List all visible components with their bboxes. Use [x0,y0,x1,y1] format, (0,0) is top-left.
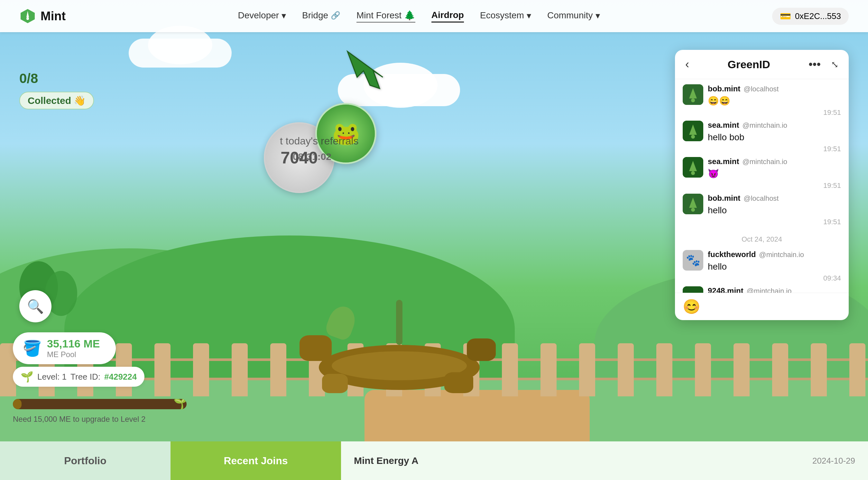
chat-username: bob.mint [708,84,740,93]
chat-messages[interactable]: bob.mint @localhost 😄😄 19:51 sea.mint @m… [675,79,849,293]
chat-time: 19:51 [708,108,841,117]
chat-msg-content: 9248.mint @mintchain.io 😀 09:36 [708,286,841,293]
search-button[interactable]: 🔍 [19,290,52,322]
tab-portfolio-label: Portfolio [64,455,106,467]
chat-username: sea.mint [708,121,739,130]
svg-point-14 [691,208,695,212]
chevron-down-icon-eco: ▾ [527,10,531,21]
tab-recent-joins[interactable]: Recent Joins [170,441,341,480]
chat-footer: 😊 [675,293,849,320]
referral-text: t today's referrals [280,135,359,147]
fence-post [811,343,827,396]
fence-post [656,343,672,396]
fence-post [618,343,634,396]
seedling-icon: 🌱 [174,399,187,409]
chevron-down-icon: ▾ [281,10,286,21]
logo[interactable]: Mint [19,8,66,25]
chat-username: fucktheworld [708,250,756,259]
level-badge: 🌱 Level: 1 Tree ID: #429224 [13,367,145,387]
nav-bridge[interactable]: Bridge 🔗 [302,10,340,22]
wallet-button[interactable]: 💳 0xE2C...553 [772,8,849,25]
me-pool-info: 35,116 ME ME Pool [47,338,100,359]
chat-username: bob.mint [708,194,740,203]
fence-post [502,343,518,396]
logo-text: Mint [40,9,66,23]
tab-recent-joins-label: Recent Joins [224,455,288,467]
bottom-right-panel: Mint Energy A 2024-10-29 [341,441,868,480]
chat-message: 🐾 fucktheworld @mintchain.io hello 09:34 [683,250,841,283]
logo-icon [19,8,36,25]
svg-point-11 [691,171,695,175]
chat-domain: @localhost [743,194,779,203]
fence-post [270,343,286,396]
chat-message: sea.mint @mintchain.io 😈 19:51 [683,157,841,190]
chat-text: hello [708,204,841,217]
fence-post [231,343,248,396]
bridge-icon: 🔗 [331,11,340,20]
chat-time: 19:51 [708,145,841,153]
chat-message: sea.mint @mintchain.io hello bob 19:51 [683,121,841,153]
fence-post [734,343,750,396]
chat-msg-content: sea.mint @mintchain.io 😈 19:51 [708,157,841,190]
nav-airdrop[interactable]: Airdrop [431,10,464,23]
chat-minimize-button[interactable]: ⤡ [829,58,841,71]
green-arrow [338,32,402,97]
fence-post [695,343,711,396]
chat-domain: @mintchain.io [742,158,787,166]
chat-title: GreenID [697,58,801,71]
chevron-down-icon-comm: ▾ [595,10,600,21]
chat-back-button[interactable]: ‹ [683,56,692,72]
chat-avatar: 9248 [683,286,703,293]
bottom-tabs: Portfolio Recent Joins [0,441,341,480]
svg-point-8 [691,135,695,139]
chat-msg-header: bob.mint @localhost [708,194,841,203]
hud-fraction: 0/8 [19,71,38,86]
chat-msg-content: fucktheworld @mintchain.io hello 09:34 [708,250,841,283]
date-divider: Oct 24, 2024 [683,233,841,246]
progress-label: Need 15,000 ME to upgrade to Level 2 [13,415,146,424]
sprout-icon: 🌱 [21,371,33,383]
chat-message: bob.mint @localhost 😄😄 19:51 [683,84,841,117]
watering-can-icon: 🪣 [23,340,42,357]
chat-msg-header: bob.mint @localhost [708,84,841,93]
fence-post [193,343,209,396]
chat-text: hello [708,260,841,273]
chat-header: ‹ GreenID ••• ⤡ [675,50,849,79]
nav-community[interactable]: Community ▾ [547,10,600,22]
chat-domain: @localhost [743,85,779,93]
fence-post [154,343,170,396]
chat-avatar [683,84,703,105]
chat-more-button[interactable]: ••• [806,56,823,72]
tree-id-value: #429224 [104,372,137,382]
chat-message: 9248 9248.mint @mintchain.io 😀 09:36 [683,286,841,293]
chat-time: 09:34 [708,274,841,283]
stump-group [319,300,480,390]
chat-username: 9248.mint [708,286,743,293]
tab-portfolio[interactable]: Portfolio [0,441,170,480]
chat-text: 😈 [708,167,841,180]
collected-label: Collected 👋 [28,95,86,106]
date-label: 2024-10-29 [812,456,855,466]
emoji-button[interactable]: 😊 [683,298,701,315]
fence-post [540,343,557,396]
nav-mint-forest[interactable]: Mint Forest 🌲 [356,10,415,23]
level-text: Level: 1 [37,372,67,382]
chat-avatar [683,194,703,214]
fence-post [579,343,595,396]
svg-rect-15 [683,286,703,293]
nav-items: Developer ▾ Bridge 🔗 Mint Forest 🌲 Airdr… [85,10,753,23]
progress-bar-fill [13,399,22,409]
me-pool-card: 🪣 35,116 ME ME Pool [13,332,116,364]
tree-id-label: Tree ID: [70,372,100,382]
search-icon: 🔍 [27,298,44,314]
chat-text: hello bob [708,131,841,143]
chat-username: sea.mint [708,157,739,166]
chat-msg-header: 9248.mint @mintchain.io [708,286,841,293]
chat-msg-header: fucktheworld @mintchain.io [708,250,841,259]
chat-msg-content: bob.mint @localhost 😄😄 19:51 [708,84,841,117]
wallet-address: 0xE2C...553 [795,11,841,21]
nav-developer[interactable]: Developer ▾ [238,10,286,22]
nav-ecosystem[interactable]: Ecosystem ▾ [480,10,531,22]
chat-time: 19:51 [708,218,841,226]
chat-avatar [683,121,703,141]
